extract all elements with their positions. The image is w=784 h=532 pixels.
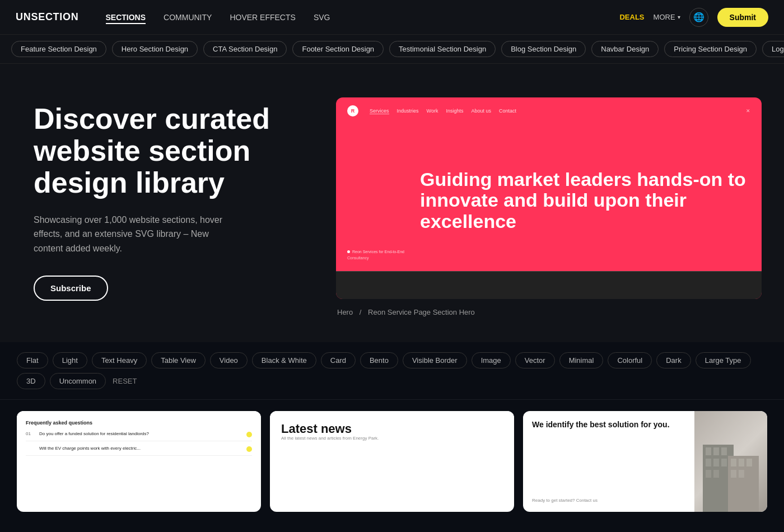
preview-badge-text: Reon Services for End-to-End <box>352 250 404 254</box>
category-testimonial[interactable]: Testimonial Section Design <box>389 41 496 57</box>
hero-right: R Services Industries Work Insights Abou… <box>336 97 762 320</box>
preview-inner: R Services Industries Work Insights Abou… <box>336 97 762 299</box>
identify-card-content: We identify the best solution for you. R… <box>523 411 767 512</box>
filter-video[interactable]: Video <box>210 352 248 368</box>
caption-title: Reon Service Page Section Hero <box>368 308 475 316</box>
hero-subtitle: Showcasing over 1,000 website sections, … <box>34 213 235 256</box>
filter-flat[interactable]: Flat <box>17 352 48 368</box>
svg-rect-11 <box>739 459 744 466</box>
filter-colorful[interactable]: Colorful <box>608 352 652 368</box>
faq-title: Frequently asked questions <box>26 420 252 426</box>
filter-reset[interactable]: RESET <box>113 377 137 385</box>
faq-q-1: Do you offer a funded solution for resid… <box>39 431 241 437</box>
preview-nav-close: ✕ <box>746 108 750 114</box>
deals-link[interactable]: DEALS <box>619 13 644 21</box>
preview-logo-icon: R <box>347 105 358 116</box>
hero-section: Discover curated website section design … <box>0 64 784 342</box>
nav-sections[interactable]: SECTIONS <box>106 13 146 22</box>
preview-sub: Consultancy <box>347 256 420 260</box>
filter-bar: Flat Light Text Heavy Table View Video B… <box>0 342 784 400</box>
category-footer[interactable]: Footer Section Design <box>292 41 384 57</box>
subscribe-button[interactable]: Subscribe <box>34 276 108 301</box>
submit-button[interactable]: Submit <box>717 8 768 27</box>
news-label: All the latest news and articles from En… <box>281 436 503 441</box>
preview-badge: Reon Services for End-to-End <box>347 250 420 254</box>
category-feature[interactable]: Feature Section Design <box>11 41 106 57</box>
preview-headline: Guiding market leaders hands-on to innov… <box>420 136 750 265</box>
hero-title: Discover curated website section design … <box>34 103 302 199</box>
faq-num-1: 01 <box>26 431 34 436</box>
filter-3d[interactable]: 3D <box>17 373 45 389</box>
filter-large-type[interactable]: Large Type <box>696 352 751 368</box>
preview-headline-text: Guiding market leaders hands-on to innov… <box>420 169 750 232</box>
card-news[interactable]: Latest news All the latest news and arti… <box>270 411 514 512</box>
preview-nav: R Services Industries Work Insights Abou… <box>336 97 762 124</box>
svg-rect-14 <box>739 470 744 478</box>
svg-rect-7 <box>706 470 711 478</box>
svg-rect-12 <box>746 459 752 466</box>
identify-text: We identify the best solution for you. R… <box>523 411 694 512</box>
category-cta[interactable]: CTA Section Design <box>203 41 287 57</box>
filter-minimal[interactable]: Minimal <box>559 352 604 368</box>
filter-image[interactable]: Image <box>472 352 511 368</box>
identify-title: We identify the best solution for you. <box>532 420 685 430</box>
filter-black-white[interactable]: Black & White <box>252 352 316 368</box>
cards-section: Frequently asked questions 01 Do you off… <box>0 400 784 523</box>
badge-dot <box>347 250 350 253</box>
building-svg <box>694 411 767 512</box>
svg-rect-4 <box>706 459 711 466</box>
category-bar: Feature Section Design Hero Section Desi… <box>0 35 784 64</box>
faq-q-2: Will the EV charge points work with ever… <box>39 446 241 451</box>
caption-section: Hero <box>337 308 353 316</box>
filter-text-heavy[interactable]: Text Heavy <box>92 352 147 368</box>
nav-svg[interactable]: SVG <box>314 13 330 22</box>
faq-row-2: Will the EV charge points work with ever… <box>26 446 252 456</box>
faq-dot-2 <box>246 446 252 452</box>
filter-visible-border[interactable]: Visible Border <box>403 352 467 368</box>
chevron-down-icon: ▾ <box>678 14 680 20</box>
category-hero[interactable]: Hero Section Design <box>112 41 198 57</box>
svg-rect-6 <box>721 459 727 466</box>
svg-rect-3 <box>721 447 727 455</box>
svg-rect-2 <box>713 447 719 455</box>
preview-bottom-image <box>336 271 762 299</box>
news-card-content: Latest news All the latest news and arti… <box>270 411 514 455</box>
svg-rect-10 <box>731 459 736 466</box>
identify-image <box>694 411 767 512</box>
faq-card-content: Frequently asked questions 01 Do you off… <box>17 411 261 469</box>
nav-community[interactable]: COMMUNITY <box>164 13 212 22</box>
caption-separator: / <box>360 308 362 316</box>
card-faq[interactable]: Frequently asked questions 01 Do you off… <box>17 411 261 512</box>
filter-table-view[interactable]: Table View <box>151 352 206 368</box>
preview-caption: Hero / Reon Service Page Section Hero <box>336 305 762 320</box>
svg-rect-5 <box>713 459 719 466</box>
category-logo[interactable]: Logo Se... <box>762 41 784 57</box>
faq-dot-1 <box>246 432 252 437</box>
filter-bento[interactable]: Bento <box>360 352 398 368</box>
nav-right: DEALS MORE ▾ 🌐 Submit <box>619 8 768 27</box>
filter-dark[interactable]: Dark <box>656 352 690 368</box>
filter-card[interactable]: Card <box>321 352 356 368</box>
preview-card[interactable]: R Services Industries Work Insights Abou… <box>336 97 762 299</box>
building-graphic <box>694 411 767 512</box>
filter-uncommon[interactable]: Uncommon <box>50 373 106 389</box>
filter-light[interactable]: Light <box>53 352 87 368</box>
identify-subtitle: Ready to get started? Contact us <box>532 498 685 503</box>
svg-rect-8 <box>713 470 719 478</box>
navbar: UNSECTION SECTIONS COMMUNITY HOVER EFFEC… <box>0 0 784 35</box>
preview-left-col: Reon Services for End-to-End Consultancy <box>347 136 420 265</box>
svg-rect-13 <box>731 470 736 478</box>
card-identify[interactable]: We identify the best solution for you. R… <box>523 411 767 512</box>
preview-content: Reon Services for End-to-End Consultancy… <box>336 124 762 271</box>
nav-links: SECTIONS COMMUNITY HOVER EFFECTS SVG <box>106 13 620 22</box>
faq-row-1: 01 Do you offer a funded solution for re… <box>26 431 252 441</box>
category-navbar[interactable]: Navbar Design <box>591 41 659 57</box>
more-button[interactable]: MORE ▾ <box>654 13 680 21</box>
brand-logo[interactable]: UNSECTION <box>16 11 79 23</box>
globe-icon[interactable]: 🌐 <box>689 8 708 27</box>
nav-hover-effects[interactable]: HOVER EFFECTS <box>230 13 295 22</box>
news-title: Latest news <box>281 422 503 436</box>
category-pricing[interactable]: Pricing Section Design <box>664 41 757 57</box>
category-blog[interactable]: Blog Section Design <box>501 41 586 57</box>
filter-vector[interactable]: Vector <box>515 352 555 368</box>
